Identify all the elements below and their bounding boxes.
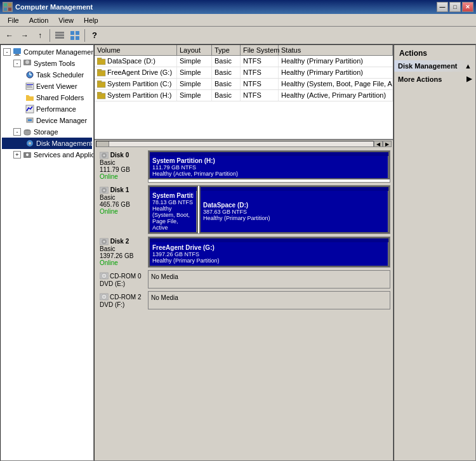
disk-name: Disk 0 bbox=[100, 152, 145, 159]
header-fs[interactable]: File System bbox=[241, 45, 279, 55]
minimize-button[interactable]: — bbox=[437, 2, 448, 12]
svg-rect-0 bbox=[4, 3, 7, 6]
back-button[interactable]: ← bbox=[3, 29, 17, 42]
menu-file[interactable]: File bbox=[3, 15, 24, 25]
sidebar-item-services[interactable]: + Services and Applications bbox=[2, 149, 92, 160]
svg-rect-32 bbox=[97, 58, 102, 60]
svg-rect-33 bbox=[97, 70, 105, 76]
expand-root[interactable]: - bbox=[3, 48, 11, 56]
menu-view[interactable]: View bbox=[53, 15, 79, 25]
cdrom-row: CD-ROM 2 DVD (F:) No Media bbox=[97, 291, 390, 309]
disk-type: Basic bbox=[100, 194, 145, 201]
list-row[interactable]: System Partition (C:) Simple Basic NTFS … bbox=[95, 79, 393, 90]
disk-segment[interactable]: DataSpace (D:) 387.63 GB NTFS Healthy (P… bbox=[201, 191, 388, 232]
svg-rect-25 bbox=[28, 119, 32, 121]
list-view: Volume Layout Type File System Status Da… bbox=[95, 45, 393, 140]
cell-layout: Simple bbox=[177, 67, 212, 78]
sidebar-item-label: Device Manager bbox=[36, 117, 87, 124]
list-row[interactable]: FreeAgent Drive (G:) Simple Basic NTFS H… bbox=[95, 67, 393, 79]
tree-root-label: Computer Management (Local) bbox=[23, 48, 94, 56]
sidebar-item-label: Disk Management bbox=[36, 140, 93, 147]
cell-status: Healthy (Primary Partition) bbox=[279, 67, 393, 78]
cdrom-visual: No Media bbox=[148, 291, 390, 309]
cell-fs: NTFS bbox=[241, 90, 279, 101]
expand-storage[interactable]: - bbox=[13, 128, 21, 136]
disk-size: 111.79 GB bbox=[100, 166, 145, 173]
svg-rect-4 bbox=[55, 32, 64, 34]
list-row[interactable]: DataSpace (D:) Simple Basic NTFS Healthy… bbox=[95, 56, 393, 67]
list-header: Volume Layout Type File System Status bbox=[95, 45, 393, 56]
help-button[interactable]: ? bbox=[88, 29, 102, 42]
view-button[interactable] bbox=[68, 29, 82, 42]
disk-type: Basic bbox=[100, 245, 145, 252]
close-button[interactable]: ✕ bbox=[462, 2, 473, 12]
menu-action[interactable]: Action bbox=[24, 15, 54, 25]
disk-segment[interactable]: System Partition (C:) 78.13 GB NTFS Heal… bbox=[150, 191, 197, 232]
cell-volume: DataSpace (D:) bbox=[95, 56, 177, 67]
header-volume[interactable]: Volume bbox=[95, 45, 177, 55]
sidebar-item-system-tools[interactable]: - System Tools bbox=[2, 58, 92, 69]
svg-rect-10 bbox=[76, 36, 79, 40]
svg-rect-36 bbox=[97, 81, 102, 82]
up-button[interactable]: ↑ bbox=[33, 29, 47, 42]
expand-system-tools[interactable]: - bbox=[13, 60, 21, 67]
disk-row: Disk 2 Basic 1397.26 GB Online FreeAgent… bbox=[97, 237, 390, 268]
sidebar-item-performance[interactable]: Performance bbox=[2, 103, 92, 115]
right-panel: Volume Layout Type File System Status Da… bbox=[94, 44, 476, 461]
disk-type: Basic bbox=[100, 159, 145, 166]
cell-status: Healthy (Primary Partition) bbox=[279, 56, 393, 67]
toolbar: ← → ↑ ? bbox=[0, 27, 476, 44]
svg-rect-22 bbox=[27, 87, 32, 88]
menu-bar: File Action View Help bbox=[0, 14, 476, 27]
disk-segment[interactable]: FreeAgent Drive (G:) 1397.26 GB NTFS Hea… bbox=[150, 242, 388, 266]
header-layout[interactable]: Layout bbox=[177, 45, 212, 55]
forward-button[interactable]: → bbox=[18, 29, 32, 42]
window-title: Computer Management bbox=[15, 3, 93, 11]
header-type[interactable]: Type bbox=[212, 45, 241, 55]
disk-visual: System Partition (H:) 111.79 GB NTFS Hea… bbox=[148, 150, 390, 183]
sidebar-item-storage[interactable]: - Storage bbox=[2, 126, 92, 138]
svg-rect-21 bbox=[27, 86, 32, 86]
sidebar-item-event-viewer[interactable]: Event Viewer bbox=[2, 81, 92, 92]
svg-rect-7 bbox=[70, 31, 74, 35]
event-viewer-icon bbox=[25, 81, 35, 91]
disk-row: Disk 1 Basic 465.76 GB Online System Par… bbox=[97, 185, 390, 234]
menu-help[interactable]: Help bbox=[79, 15, 103, 25]
svg-rect-38 bbox=[97, 92, 102, 94]
svg-rect-35 bbox=[97, 82, 105, 88]
disk-segment[interactable]: System Partition (H:) 111.79 GB NTFS Hea… bbox=[150, 156, 388, 178]
task-scheduler-icon bbox=[25, 70, 35, 80]
svg-point-50 bbox=[103, 275, 105, 277]
services-icon bbox=[22, 150, 32, 160]
svg-point-41 bbox=[103, 155, 105, 157]
cdrom-info: CD-ROM 2 DVD (F:) bbox=[97, 291, 148, 309]
cell-layout: Simple bbox=[177, 90, 212, 101]
cdrom-media: No Media bbox=[151, 273, 178, 280]
content-actions: Volume Layout Type File System Status Da… bbox=[94, 44, 476, 461]
disk-info: Disk 0 Basic 111.79 GB Online bbox=[97, 150, 148, 183]
svg-rect-13 bbox=[14, 55, 20, 56]
cdrom-media: No Media bbox=[151, 294, 178, 301]
svg-point-47 bbox=[103, 241, 105, 243]
sidebar-item-label: Shared Folders bbox=[36, 94, 84, 101]
tree-root[interactable]: - Computer Management (Local) bbox=[2, 46, 92, 58]
svg-rect-3 bbox=[8, 8, 11, 11]
expand-services[interactable]: + bbox=[13, 151, 21, 159]
svg-point-15 bbox=[25, 60, 29, 64]
cdrom-info: CD-ROM 0 DVD (E:) bbox=[97, 270, 148, 289]
actions-section-disk-management[interactable]: Disk Management ▲ bbox=[394, 60, 475, 72]
actions-more[interactable]: More Actions ▶ bbox=[394, 73, 475, 85]
sidebar-item-disk-management[interactable]: Disk Management bbox=[2, 138, 92, 149]
svg-rect-1 bbox=[8, 3, 11, 6]
sidebar-item-task-scheduler[interactable]: Task Scheduler bbox=[2, 69, 92, 81]
show-hide-button[interactable] bbox=[53, 29, 67, 42]
header-status[interactable]: Status bbox=[279, 45, 393, 55]
sidebar-item-shared-folders[interactable]: Shared Folders bbox=[2, 92, 92, 103]
maximize-button[interactable]: □ bbox=[449, 2, 461, 12]
performance-icon bbox=[25, 104, 35, 114]
shared-folders-icon bbox=[25, 93, 35, 103]
list-row[interactable]: System Partition (H:) Simple Basic NTFS … bbox=[95, 90, 393, 101]
sidebar-item-device-manager[interactable]: Device Manager bbox=[2, 115, 92, 126]
svg-rect-34 bbox=[97, 69, 102, 71]
cell-layout: Simple bbox=[177, 79, 212, 89]
